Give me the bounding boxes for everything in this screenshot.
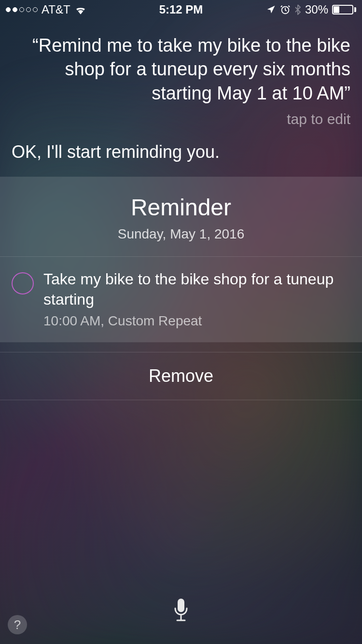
status-right: 30% — [266, 3, 356, 16]
bluetooth-icon — [294, 4, 301, 15]
tap-to-edit-hint[interactable]: tap to edit — [0, 109, 362, 142]
microphone-button[interactable] — [168, 597, 194, 623]
reminder-item-meta: 10:00 AM, Custom Repeat — [43, 313, 350, 329]
status-left: AT&T — [6, 3, 87, 16]
reminder-card-header: Reminder Sunday, May 1, 2016 — [0, 177, 362, 257]
battery-icon — [332, 5, 356, 14]
status-time: 5:12 PM — [159, 3, 203, 16]
reminder-card-title: Reminder — [10, 194, 352, 221]
microphone-icon — [172, 598, 190, 623]
svg-rect-1 — [178, 599, 184, 612]
siri-bottom-bar: ? — [0, 576, 362, 644]
reminder-complete-toggle[interactable] — [12, 272, 34, 294]
location-icon — [266, 5, 276, 14]
reminder-card: Reminder Sunday, May 1, 2016 Take my bik… — [0, 177, 362, 342]
alarm-icon — [280, 4, 291, 15]
signal-strength-icon — [6, 7, 38, 12]
carrier-label: AT&T — [42, 3, 70, 16]
help-button[interactable]: ? — [8, 615, 27, 634]
status-bar: AT&T 5:12 PM 30% — [0, 0, 362, 19]
reminder-item-text: Take my bike to the bike shop for a tune… — [43, 269, 350, 309]
reminder-item-row[interactable]: Take my bike to the bike shop for a tune… — [0, 257, 362, 342]
battery-percent: 30% — [305, 3, 328, 16]
remove-button[interactable]: Remove — [0, 352, 362, 400]
siri-user-query[interactable]: “Remind me to take my bike to the bike s… — [0, 19, 362, 109]
reminder-card-date: Sunday, May 1, 2016 — [10, 226, 352, 242]
wifi-icon — [74, 5, 87, 14]
siri-response-text: OK, I'll start reminding you. — [0, 142, 362, 177]
